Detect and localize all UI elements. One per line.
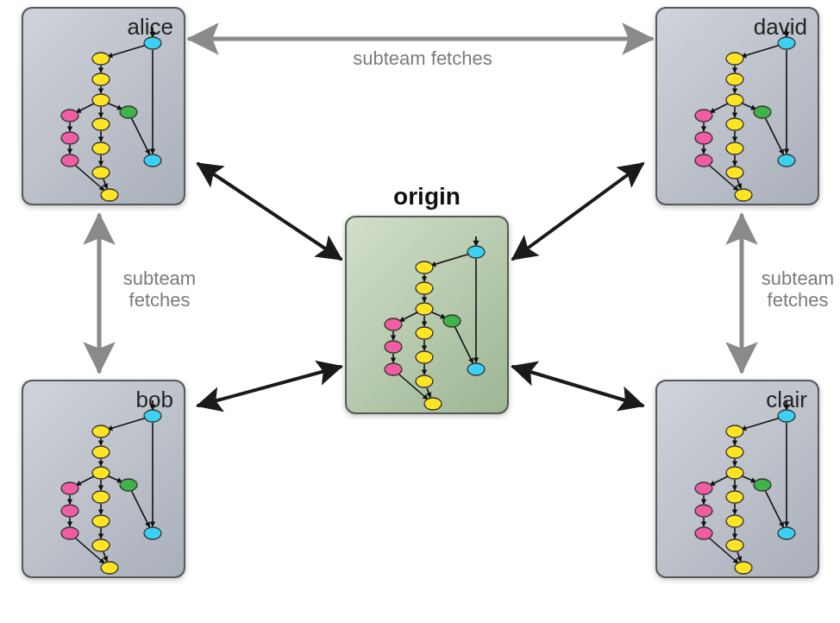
svg-point-101: [726, 446, 743, 458]
repo-origin: origin: [345, 216, 509, 414]
svg-point-81: [61, 505, 78, 517]
svg-point-23: [101, 189, 118, 201]
svg-point-128: [416, 261, 433, 274]
svg-line-33: [741, 103, 755, 110]
repo-alice: alice: [22, 7, 185, 205]
svg-line-8: [103, 179, 107, 188]
svg-point-45: [726, 73, 743, 85]
repo-bob: bob: [22, 380, 185, 578]
svg-line-144: [513, 164, 643, 259]
svg-point-133: [416, 351, 433, 363]
svg-point-104: [754, 479, 771, 491]
svg-line-146: [513, 367, 643, 406]
svg-line-41: [766, 118, 784, 154]
svg-point-26: [61, 154, 78, 167]
svg-line-120: [427, 387, 430, 397]
svg-point-54: [695, 154, 712, 167]
svg-point-44: [726, 53, 743, 65]
svg-line-36: [737, 179, 741, 188]
svg-point-78: [92, 539, 110, 551]
svg-point-48: [754, 106, 771, 118]
svg-line-97: [766, 491, 784, 527]
svg-point-47: [726, 118, 743, 130]
svg-point-131: [416, 327, 433, 339]
svg-line-143: [198, 164, 341, 259]
svg-line-13: [132, 118, 150, 154]
svg-point-127: [467, 246, 485, 258]
svg-point-53: [695, 132, 712, 144]
commit-graph-alice: [23, 9, 187, 207]
svg-point-83: [144, 527, 161, 539]
svg-point-55: [778, 154, 795, 167]
svg-line-92: [737, 551, 741, 561]
svg-line-29: [742, 45, 780, 56]
svg-line-37: [710, 104, 729, 113]
svg-point-109: [695, 505, 712, 517]
svg-point-49: [726, 142, 743, 154]
commit-graph-origin: [347, 217, 511, 416]
svg-point-17: [92, 73, 110, 85]
repo-origin-title: origin: [393, 183, 461, 211]
commit-graph-david: [657, 9, 821, 207]
svg-point-134: [416, 375, 433, 387]
svg-point-108: [695, 482, 712, 494]
svg-point-19: [92, 118, 110, 130]
svg-point-139: [467, 363, 485, 375]
svg-point-46: [726, 94, 743, 106]
svg-point-15: [144, 37, 161, 49]
svg-point-73: [92, 446, 110, 458]
svg-point-110: [695, 527, 712, 539]
svg-point-16: [92, 53, 110, 65]
commit-graph-clair: [657, 381, 821, 580]
repo-clair: clair: [655, 380, 819, 578]
svg-line-117: [430, 312, 445, 318]
svg-point-75: [92, 491, 110, 503]
svg-point-72: [92, 425, 110, 437]
svg-point-27: [144, 154, 161, 167]
svg-point-102: [726, 467, 743, 479]
svg-point-80: [61, 482, 78, 494]
svg-line-121: [399, 312, 418, 322]
svg-point-99: [778, 410, 795, 422]
svg-point-100: [726, 425, 743, 437]
svg-point-136: [385, 318, 402, 330]
svg-point-105: [726, 515, 743, 527]
svg-point-52: [695, 110, 712, 122]
svg-point-51: [735, 189, 752, 201]
label-subteam-left: subteam fetches: [112, 267, 207, 312]
svg-point-25: [61, 132, 78, 144]
svg-point-138: [385, 363, 402, 375]
svg-point-137: [385, 341, 402, 353]
svg-point-132: [443, 315, 461, 327]
svg-point-77: [92, 515, 110, 527]
svg-line-89: [741, 475, 755, 482]
svg-point-129: [416, 282, 433, 294]
svg-line-64: [103, 551, 107, 561]
label-subteam-top: subteam fetches: [336, 47, 509, 69]
svg-point-76: [120, 479, 137, 491]
svg-point-20: [120, 106, 137, 118]
svg-point-74: [92, 467, 110, 479]
svg-point-107: [735, 562, 752, 574]
repo-david: david: [655, 7, 819, 205]
svg-point-50: [726, 167, 743, 179]
svg-point-24: [61, 110, 78, 122]
label-subteam-right: subteam fetches: [750, 267, 840, 312]
svg-point-111: [778, 527, 795, 539]
svg-line-5: [107, 103, 122, 110]
svg-line-9: [76, 104, 95, 113]
svg-line-69: [132, 491, 150, 527]
svg-line-125: [455, 327, 473, 363]
svg-point-130: [416, 303, 433, 315]
svg-point-135: [424, 398, 442, 410]
commit-graph-bob: [23, 381, 187, 580]
svg-point-103: [726, 491, 743, 503]
svg-point-79: [101, 562, 118, 574]
svg-point-43: [778, 37, 795, 49]
svg-point-21: [92, 142, 110, 154]
svg-line-1: [108, 45, 147, 56]
svg-line-145: [198, 367, 341, 406]
svg-point-71: [144, 410, 161, 422]
svg-point-22: [92, 167, 110, 179]
svg-line-61: [107, 475, 122, 482]
